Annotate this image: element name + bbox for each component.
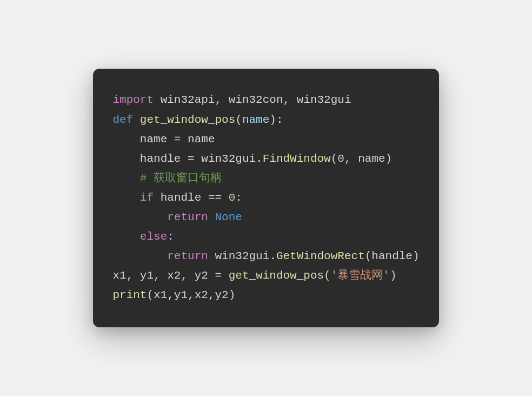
code-block: import win32api, win32con, win32gui def … <box>93 69 438 327</box>
modules-text: win32api, win32con, win32gui <box>154 94 351 106</box>
code-line-5: # 获取窗口句柄 <box>112 172 222 184</box>
code-line-3: name = name <box>112 133 215 146</box>
function-call: get_window_pos <box>229 269 324 282</box>
code-line-8: else: <box>112 230 174 243</box>
string-literal: '暴雪战网' <box>331 269 390 282</box>
none-keyword: None <box>215 211 242 223</box>
value: name <box>188 133 215 146</box>
code-line-4: handle = win32gui.FindWindow(0, name) <box>112 153 392 165</box>
arguments: x1,y1,x2,y2 <box>154 289 229 301</box>
number-literal: 0 <box>229 192 236 204</box>
function-call: FindWindow <box>263 153 331 165</box>
import-keyword: import <box>112 94 154 106</box>
argument: name <box>358 153 385 165</box>
variable: handle <box>161 192 202 204</box>
function-name: get_window_pos <box>140 114 235 126</box>
function-call: GetWindowRect <box>276 250 365 262</box>
comment: # 获取窗口句柄 <box>140 172 222 184</box>
code-line-11: print(x1,y1,x2,y2) <box>112 289 235 301</box>
return-keyword: return <box>167 250 208 262</box>
def-keyword: def <box>112 114 133 126</box>
if-keyword: if <box>140 192 154 204</box>
code-line-7: return None <box>112 211 242 223</box>
code-line-6: if handle == 0: <box>112 192 242 204</box>
code-line-2: def get_window_pos(name): <box>112 114 283 126</box>
return-keyword: return <box>167 211 208 223</box>
argument: handle <box>371 250 413 262</box>
code-line-10: x1, y1, x2, y2 = get_window_pos('暴雪战网') <box>112 269 396 282</box>
else-keyword: else <box>140 230 167 243</box>
variables: x1, y1, x2, y2 = <box>112 269 228 282</box>
code-line-1: import win32api, win32con, win32gui <box>112 94 351 106</box>
variable: name <box>140 133 167 146</box>
code-line-9: return win32gui.GetWindowRect(handle) <box>112 250 419 262</box>
variable: handle <box>140 153 181 165</box>
parameter: name <box>242 114 269 126</box>
function-call: print <box>112 289 147 301</box>
number-literal: 0 <box>337 153 344 165</box>
